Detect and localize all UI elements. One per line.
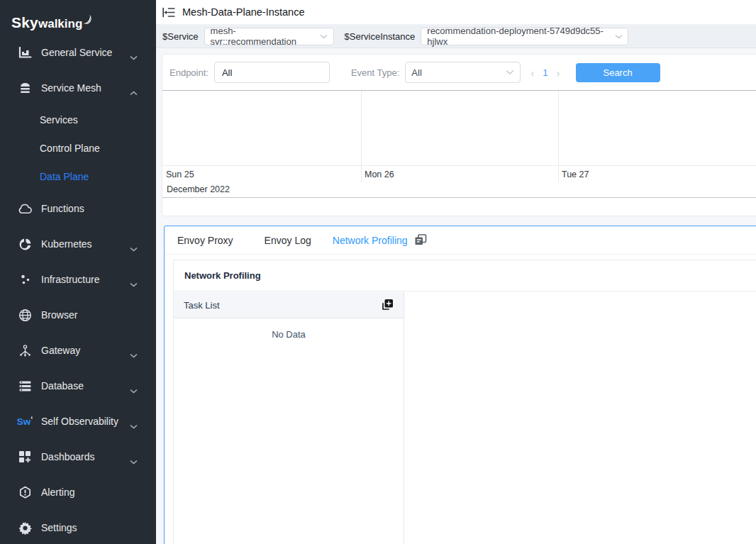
- sidebar-item-functions[interactable]: Functions: [0, 191, 156, 226]
- events-timeline[interactable]: Sun 25 Mon 26 Tue 27 December 2022: [162, 90, 756, 198]
- chevron-down-icon: [320, 34, 328, 39]
- chevron-down-icon: [130, 277, 138, 290]
- endpoint-label: Endpoint:: [169, 67, 209, 78]
- service-instance-select[interactable]: recommendation-deployment-5749d9dc55-hjl…: [421, 28, 628, 45]
- chevron-down-icon: [130, 348, 138, 361]
- page-header: Mesh-Data-Plane-Instance: [156, 0, 756, 25]
- kubernetes-pie-icon: [17, 238, 33, 251]
- dots-icon: [17, 274, 33, 285]
- sidebar-item-label: Database: [41, 380, 84, 392]
- chevron-down-icon: [130, 242, 138, 255]
- sidebar-item-label: Alerting: [41, 487, 74, 498]
- mesh-stack-icon: [17, 82, 33, 94]
- dashboard-content: Endpoint: Event Type: All ‹ 1 › Search: [156, 48, 756, 544]
- tab-network-profiling[interactable]: Network Profiling: [333, 235, 408, 246]
- service-label: $Service: [162, 31, 199, 42]
- collapse-sidebar-icon[interactable]: [162, 7, 175, 18]
- service-select[interactable]: mesh-svr::recommendation: [204, 28, 334, 45]
- events-panel: Endpoint: Event Type: All ‹ 1 › Search: [162, 54, 756, 216]
- hexagon-alert-icon: [17, 486, 33, 499]
- sidebar-item-services[interactable]: Services: [0, 106, 156, 134]
- sidebar-subitem-label: Control Plane: [40, 143, 100, 154]
- main-area: Mesh-Data-Plane-Instance $Service mesh-s…: [156, 0, 756, 544]
- task-detail-area: [404, 292, 756, 544]
- timeline-gridline: [558, 91, 559, 182]
- chevron-down-icon: [130, 455, 138, 467]
- logo-text-sky: Sky: [11, 14, 38, 31]
- chevron-down-icon: [506, 70, 514, 75]
- sidebar-item-label: Self Observability: [41, 416, 118, 427]
- tab-envoy-proxy[interactable]: Envoy Proxy: [177, 235, 233, 246]
- sidebar-item-settings[interactable]: Settings: [0, 510, 156, 544]
- grid-plus-icon: [17, 450, 33, 463]
- sidebar-item-service-mesh[interactable]: Service Mesh: [0, 70, 156, 106]
- sidebar-menu: General Service Service Mesh Services Co…: [0, 35, 156, 544]
- logo-text-walking: walking: [38, 17, 82, 31]
- pagination: ‹ 1 ›: [530, 67, 560, 78]
- tab-envoy-log[interactable]: Envoy Log: [265, 235, 311, 246]
- timeline-day-labels: Sun 25 Mon 26 Tue 27: [162, 165, 756, 182]
- create-task-icon[interactable]: [381, 299, 394, 311]
- chevron-down-icon: [130, 384, 138, 396]
- copy-tab-icon[interactable]: [414, 234, 427, 246]
- timeline-day-label: Tue 27: [558, 166, 756, 182]
- sidebar: Skywalking General Service Service Mesh …: [0, 0, 156, 544]
- chevron-down-icon: [615, 34, 622, 39]
- dashboard-variables-toolbar: $Service mesh-svr::recommendation $Servi…: [156, 25, 756, 48]
- gear-icon: [17, 521, 33, 535]
- network-profiling-widget: Network Profiling Task List No Data: [173, 260, 756, 544]
- sidebar-item-alerting[interactable]: Alerting: [0, 474, 156, 510]
- event-filter-row: Endpoint: Event Type: All ‹ 1 › Search: [162, 55, 756, 90]
- sidebar-item-infrastructure[interactable]: Infrastructure: [0, 262, 156, 297]
- globe-icon: [17, 309, 33, 322]
- sw-logo-icon: Swʻ: [17, 416, 33, 427]
- next-page-button[interactable]: ›: [557, 67, 560, 78]
- page-title: Mesh-Data-Plane-Instance: [182, 6, 304, 18]
- sidebar-item-gateway[interactable]: Gateway: [0, 333, 156, 368]
- chevron-up-icon: [130, 86, 138, 99]
- event-type-select[interactable]: All: [405, 62, 521, 83]
- task-list-panel: Task List No Data: [174, 292, 404, 544]
- chart-icon: [17, 47, 33, 59]
- sidebar-item-label: Functions: [41, 203, 84, 214]
- task-list-title: Task List: [184, 300, 220, 311]
- timeline-day-label: Mon 26: [361, 166, 558, 182]
- widget-title: Network Profiling: [174, 260, 756, 292]
- sidebar-item-kubernetes[interactable]: Kubernetes: [0, 226, 156, 262]
- timeline-day-label: Sun 25: [162, 166, 361, 182]
- crescent-icon: [83, 14, 92, 25]
- sidebar-item-browser[interactable]: Browser: [0, 297, 156, 333]
- chevron-down-icon: [130, 419, 138, 432]
- service-instance-label: $ServiceInstance: [345, 31, 416, 42]
- search-button[interactable]: Search: [576, 63, 660, 82]
- sidebar-item-label: General Service: [41, 47, 112, 58]
- sidebar-item-label: Gateway: [41, 345, 80, 356]
- sidebar-item-general-service[interactable]: General Service: [0, 35, 156, 70]
- service-instance-select-value: recommendation-deployment-5749d9dc55-hjl…: [427, 26, 615, 47]
- widget-body: Task List No Data: [174, 292, 756, 544]
- current-page-number[interactable]: 1: [543, 67, 547, 78]
- skywalking-logo[interactable]: Skywalking: [0, 0, 156, 31]
- sidebar-item-data-plane[interactable]: Data Plane: [0, 162, 156, 191]
- chevron-down-icon: [130, 50, 138, 63]
- endpoint-input[interactable]: [214, 62, 330, 83]
- instance-tabs-panel: Envoy Proxy Envoy Log Network Profiling …: [164, 226, 756, 544]
- sidebar-item-label: Dashboards: [41, 451, 95, 462]
- sidebar-item-self-observability[interactable]: Swʻ Self Observability: [0, 404, 156, 439]
- sidebar-item-label: Settings: [41, 522, 77, 533]
- no-data-text: No Data: [174, 318, 404, 340]
- sidebar-subitem-label-active: Data Plane: [40, 171, 89, 182]
- prev-page-button[interactable]: ‹: [530, 67, 534, 78]
- sidebar-item-dashboards[interactable]: Dashboards: [0, 439, 156, 474]
- sidebar-item-control-plane[interactable]: Control Plane: [0, 134, 156, 162]
- sidebar-item-label: Service Mesh: [41, 82, 101, 94]
- database-icon: [17, 380, 33, 392]
- timeline-canvas[interactable]: [162, 91, 756, 165]
- event-type-label: Event Type:: [351, 67, 399, 78]
- event-type-select-value: All: [411, 67, 421, 78]
- timeline-month-label: December 2022: [162, 182, 756, 198]
- tab-bar: Envoy Proxy Envoy Log Network Profiling: [165, 226, 756, 255]
- sidebar-item-database[interactable]: Database: [0, 368, 156, 404]
- gateway-nodes-icon: [17, 344, 33, 357]
- sidebar-item-label: Browser: [41, 309, 77, 321]
